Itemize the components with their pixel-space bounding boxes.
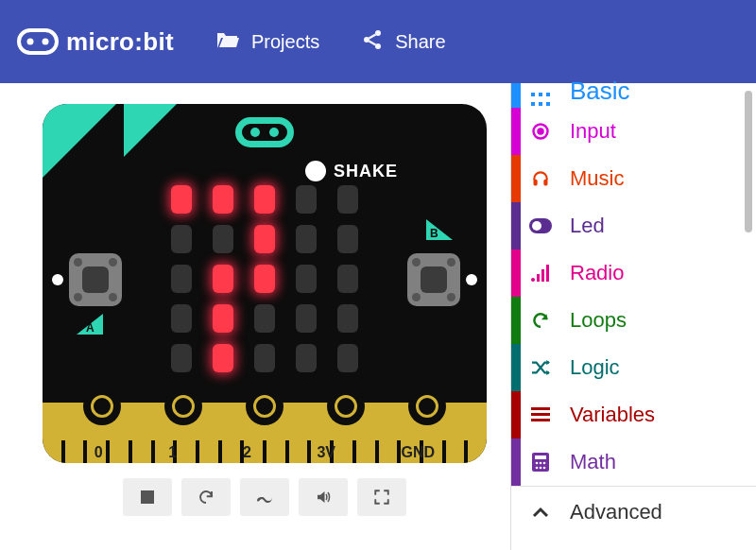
pin-label-2: 2 [243, 444, 251, 461]
category-label: Radio [570, 261, 624, 285]
pin-label-1: 1 [168, 444, 177, 461]
grid-icon [528, 93, 553, 106]
share-button[interactable]: Share [361, 28, 445, 56]
board-decor-icon [124, 104, 177, 157]
category-variables[interactable]: Variables [511, 391, 756, 438]
chevron-up-icon [528, 507, 553, 518]
category-input[interactable]: Input [511, 108, 756, 155]
list-icon [528, 407, 553, 422]
pin-2[interactable] [246, 387, 284, 425]
slow-mo-button[interactable] [240, 478, 289, 516]
svg-point-14 [539, 129, 543, 134]
svg-point-29 [540, 462, 542, 465]
svg-rect-27 [535, 455, 546, 459]
shuffle-icon [528, 359, 553, 376]
board-decor-icon [43, 104, 116, 178]
svg-rect-11 [539, 102, 542, 106]
led-4-4 [337, 344, 358, 372]
pin-right-icon [466, 274, 477, 285]
led-3-0 [171, 304, 192, 333]
svg-rect-9 [546, 93, 550, 96]
sim-controls [123, 478, 406, 516]
edge-connector: 0 1 2 3V GND [43, 403, 487, 463]
button-a[interactable] [69, 253, 122, 306]
led-matrix [171, 185, 358, 372]
toggle-icon [528, 218, 553, 233]
svg-point-19 [531, 278, 535, 282]
svg-rect-22 [546, 265, 549, 282]
folder-open-icon [215, 29, 240, 55]
pin-3v[interactable] [327, 387, 365, 425]
target-icon [528, 122, 553, 141]
brand-logo[interactable]: micro:bit [17, 27, 174, 57]
shake-label: SHAKE [334, 162, 398, 181]
projects-label: Projects [251, 31, 319, 53]
label-a-icon [77, 314, 103, 335]
pin-label-3v: 3V [317, 444, 335, 461]
category-basic[interactable]: Basic [511, 83, 756, 108]
bars-icon [528, 265, 553, 282]
svg-point-30 [543, 462, 546, 465]
svg-rect-10 [531, 102, 535, 106]
restart-button[interactable] [181, 478, 231, 516]
audio-button[interactable] [299, 478, 348, 516]
category-label: Logic [570, 355, 620, 380]
led-2-2 [254, 265, 275, 293]
svg-point-32 [540, 467, 542, 470]
label-b-icon [426, 219, 453, 240]
led-3-3 [296, 304, 317, 333]
stop-button[interactable] [123, 478, 172, 516]
headphones-icon [528, 169, 553, 188]
app-header: micro:bit Projects Share [0, 0, 756, 83]
category-radio[interactable]: Radio [511, 249, 756, 297]
cycle-icon [528, 311, 553, 330]
microbit-board: SHAKE [43, 104, 487, 463]
fullscreen-button[interactable] [357, 478, 406, 516]
led-1-3 [296, 225, 317, 253]
category-logic[interactable]: Logic [511, 344, 756, 391]
svg-rect-12 [546, 102, 550, 106]
svg-point-1 [27, 39, 34, 45]
scrollbar[interactable] [745, 91, 752, 232]
category-label: Basic [570, 77, 630, 106]
category-led[interactable]: Led [511, 202, 756, 249]
led-4-2 [254, 344, 275, 372]
calculator-icon [528, 453, 553, 472]
category-label: Music [570, 166, 624, 191]
pin-gnd[interactable] [408, 387, 446, 425]
svg-rect-8 [539, 93, 542, 96]
projects-button[interactable]: Projects [215, 29, 319, 55]
svg-rect-16 [543, 180, 547, 186]
category-label: Input [570, 119, 616, 144]
led-1-1 [213, 225, 233, 253]
svg-point-18 [532, 221, 541, 231]
shake-button[interactable]: SHAKE [305, 161, 398, 181]
category-math[interactable]: Math [511, 438, 756, 486]
led-3-1 [213, 304, 233, 333]
category-loops[interactable]: Loops [511, 297, 756, 344]
pin-1[interactable] [164, 387, 202, 425]
pin-label-0: 0 [94, 444, 103, 461]
pin-0[interactable] [83, 387, 121, 425]
usb-icon [235, 117, 294, 147]
microbit-logo-icon [17, 28, 59, 55]
category-label: Led [570, 214, 605, 238]
led-0-2 [254, 185, 275, 214]
svg-rect-0 [19, 30, 57, 53]
svg-rect-21 [541, 269, 544, 282]
category-music[interactable]: Music [511, 155, 756, 202]
category-advanced[interactable]: Advanced [511, 486, 756, 537]
svg-point-4 [364, 37, 369, 43]
led-0-3 [296, 185, 317, 214]
led-1-4 [337, 225, 358, 253]
svg-rect-20 [537, 274, 540, 282]
svg-rect-7 [531, 93, 535, 96]
category-toolbox: Basic Input Music Le [510, 83, 756, 550]
brand-name: micro:bit [66, 27, 174, 57]
category-label: Loops [570, 308, 627, 333]
svg-point-5 [375, 43, 381, 49]
button-b[interactable] [407, 253, 460, 306]
simulator-panel: SHAKE [0, 83, 510, 550]
svg-point-28 [536, 462, 539, 465]
led-2-1 [213, 265, 233, 293]
